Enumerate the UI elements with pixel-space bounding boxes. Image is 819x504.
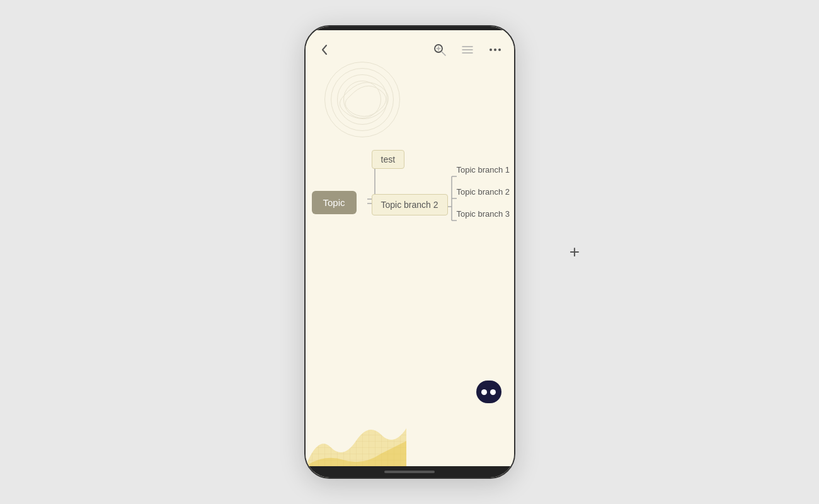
svg-point-7 xyxy=(490,49,492,51)
test-node[interactable]: test xyxy=(372,150,405,169)
branch1-child-node[interactable]: Topic branch 1 xyxy=(457,165,510,175)
ai-bot-right-eye xyxy=(490,389,496,395)
back-button[interactable] xyxy=(316,41,333,59)
ai-assistant-button[interactable] xyxy=(476,381,501,403)
more-options-icon[interactable] xyxy=(486,41,504,59)
ai-bot-left-eye xyxy=(481,389,487,395)
add-button[interactable]: + xyxy=(570,242,580,262)
ai-bot-eyes xyxy=(481,389,496,395)
home-indicator xyxy=(384,471,435,473)
phone-bottom-bar xyxy=(306,466,514,478)
list-icon[interactable] xyxy=(459,41,476,59)
zoom-icon[interactable] xyxy=(431,41,449,59)
branch2-node[interactable]: Topic branch 2 xyxy=(372,194,448,215)
topic-node[interactable]: Topic xyxy=(312,191,357,214)
svg-point-9 xyxy=(498,49,501,51)
toolbar xyxy=(306,34,514,66)
phone-frame: Topic test Topic branch 2 Topic branch 1… xyxy=(304,25,515,479)
svg-point-8 xyxy=(494,49,496,51)
branch2-child-node[interactable]: Topic branch 2 xyxy=(457,187,510,197)
toolbar-left xyxy=(316,41,333,59)
canvas-area: Topic test Topic branch 2 Topic branch 1… xyxy=(306,30,514,466)
toolbar-right xyxy=(431,41,504,59)
branch3-child-node[interactable]: Topic branch 3 xyxy=(457,209,510,219)
stamp-decoration xyxy=(324,62,406,131)
blob-decoration xyxy=(306,384,406,466)
svg-line-1 xyxy=(442,52,445,55)
